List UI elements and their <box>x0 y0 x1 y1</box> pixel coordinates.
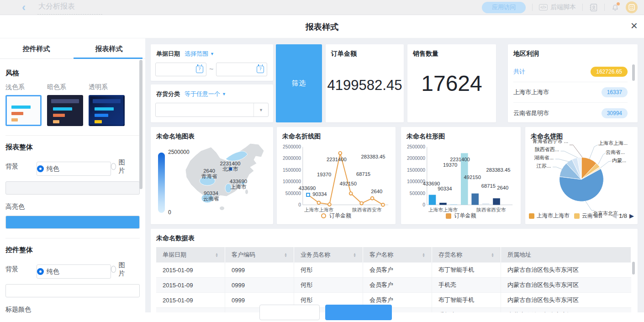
map-visual-legend[interactable] <box>158 153 165 213</box>
svg-text:2231400: 2231400 <box>220 161 241 166</box>
svg-text:上海市: 上海市 <box>231 184 247 190</box>
line-chart[interactable]: 25000002000000150000010000005000000上海市上海… <box>280 141 393 215</box>
region-name: 上海市上海市 <box>513 88 549 96</box>
region-profit-row[interactable]: 共计162726.65 <box>513 62 628 82</box>
avatar[interactable] <box>626 1 638 13</box>
calendar-icon[interactable]: 7 <box>196 66 203 73</box>
highlight-color-input[interactable] <box>5 216 140 229</box>
date-to-input[interactable]: 7 <box>216 63 267 76</box>
theme-dark-label: 暗色系 <box>47 83 89 91</box>
calendar-icon[interactable]: 7 <box>257 66 264 73</box>
style-section-title: 风格 <box>5 69 140 78</box>
table-cell: 手机壳 <box>432 278 501 293</box>
backend-script-button[interactable]: </> 后端脚本 <box>539 3 576 11</box>
svg-text:19370: 19370 <box>317 172 331 177</box>
caret-down-icon: ▼ <box>210 52 214 56</box>
table-cell: 何彤 <box>294 263 363 278</box>
legend-page-indicator: 1/8 <box>619 212 627 219</box>
svg-text:2000000: 2000000 <box>407 156 425 161</box>
kpi-title: 订单金额 <box>326 44 404 58</box>
svg-text:2640: 2640 <box>371 189 382 194</box>
theme-light-preview[interactable] <box>5 95 42 126</box>
widget-bg-solid-radio[interactable]: 纯色 <box>37 264 111 279</box>
tab-widget-style[interactable]: 控件样式 <box>0 38 73 58</box>
legend-swatch <box>529 213 534 219</box>
table-row[interactable]: 2015-01-090999何彤会员客户布丁智能手机内蒙古自治区包头市东河区 <box>156 293 631 308</box>
svg-text:283383.45: 283383.45 <box>361 154 385 159</box>
backend-script-label: 后端脚本 <box>550 3 576 11</box>
column-header[interactable]: 所属地址 <box>501 247 631 263</box>
widget-overall-title: 控件整体 <box>5 246 140 254</box>
sidebar-scrollbar[interactable] <box>139 60 143 189</box>
date-from-input[interactable]: 7 <box>155 63 206 76</box>
sort-icon[interactable]: ▲▼ <box>491 253 494 257</box>
map-country-shape <box>185 143 264 202</box>
date-filter-label: 单据日期 <box>156 50 180 58</box>
region-list-scrollbar[interactable] <box>632 64 635 81</box>
caret-down-icon: ▼ <box>222 92 226 96</box>
table-row[interactable]: 2015-01-090999何彤会员客户手机壳内蒙古自治区包头市东河区 <box>156 278 631 293</box>
table-cell: 会员客户 <box>363 278 432 293</box>
topbar: ‹ 大分析报表 应用访问 </> 后端脚本 <box>0 0 644 15</box>
footer-cancel-button[interactable] <box>259 305 320 320</box>
sort-icon[interactable]: ▲▼ <box>422 253 425 257</box>
theme-dark-preview[interactable] <box>47 95 83 126</box>
svg-text:492150: 492150 <box>464 174 481 180</box>
report-bg-image-radio[interactable]: 图片 <box>111 158 127 175</box>
svg-text:1500000: 1500000 <box>407 168 425 173</box>
region-profit-row[interactable]: 上海市上海市16337 <box>513 82 628 103</box>
report-bg-color-input[interactable] <box>5 181 140 195</box>
legend-label[interactable]: 订单金额 <box>329 212 351 220</box>
pie-callout-shaanxi: 陕西省西... <box>525 146 559 153</box>
table-scrollbar[interactable] <box>632 262 635 274</box>
category-operator-dropdown[interactable]: 等于任意一个▼ <box>185 90 226 98</box>
app-access-button[interactable]: 应用访问 <box>482 2 526 13</box>
sort-icon[interactable]: ▲▼ <box>215 253 218 257</box>
pie-callout-qinghai: 青海省西宁市 ... <box>525 138 568 145</box>
modal-title: 报表样式 <box>0 21 644 32</box>
column-header[interactable]: 业务员名称▲▼ <box>294 247 363 263</box>
legend-label[interactable]: 云南省昆明市 <box>582 212 602 220</box>
column-header[interactable]: 存货名称▲▼ <box>432 247 501 263</box>
table-header-row: 单据日期▲▼客户编码▲▼业务员名称▲▼客户名称▲▼存货名称▲▼所属地址 <box>156 247 631 263</box>
svg-text:500000: 500000 <box>285 191 301 196</box>
notifications-button[interactable] <box>611 3 619 11</box>
close-icon[interactable]: × <box>631 20 638 32</box>
filter-submit-button[interactable]: 筛选 <box>276 44 322 122</box>
category-select[interactable]: ▼ <box>155 103 269 117</box>
region-profit-row[interactable]: 云南省昆明市30994 <box>513 103 628 123</box>
column-header[interactable]: 单据日期▲▼ <box>156 247 225 263</box>
bar-chart[interactable]: 25000002000000150000010000005000000上海市上海… <box>404 141 517 215</box>
legend-next-page-icon[interactable]: ▶ <box>629 212 634 219</box>
region-value-badge: 30994 <box>602 108 628 118</box>
legend-prev-page-icon[interactable]: ◀ <box>612 212 617 219</box>
sort-icon[interactable]: ▲▼ <box>353 253 356 257</box>
widget-bg-color-input[interactable] <box>5 284 140 297</box>
column-header[interactable]: 客户名称▲▼ <box>363 247 432 263</box>
divider <box>532 4 533 11</box>
kpi-title: 地区利润 <box>508 44 638 58</box>
widget-bg-image-radio[interactable]: 图片 <box>111 261 127 278</box>
caret-down-icon: ▼ <box>253 103 268 116</box>
kpi-value: 4199582.45 <box>326 77 404 94</box>
column-header[interactable]: 客户编码▲▼ <box>225 247 294 263</box>
table-row[interactable]: 2015-01-090999何彤会员客户布丁智能手机内蒙古自治区包头市东河区 <box>156 263 631 278</box>
report-bg-solid-radio[interactable]: 纯色 <box>37 162 111 176</box>
code-icon: </> <box>539 4 548 11</box>
svg-text:1000000: 1000000 <box>283 179 301 184</box>
contacts-icon[interactable] <box>589 3 598 12</box>
back-icon[interactable]: ‹ <box>22 2 26 13</box>
legend-label[interactable]: 订单金额 <box>454 212 476 220</box>
footer-confirm-button[interactable] <box>325 305 392 320</box>
svg-text:68715: 68715 <box>356 171 370 177</box>
svg-text:0: 0 <box>422 202 425 207</box>
sort-icon[interactable]: ▲▼ <box>284 253 287 257</box>
region-name: 云南省昆明市 <box>513 109 549 117</box>
theme-transparent-preview[interactable] <box>89 95 125 126</box>
svg-text:90334: 90334 <box>204 190 219 196</box>
legend-marker <box>321 213 326 218</box>
tab-report-style[interactable]: 报表样式 <box>73 38 145 58</box>
date-range-operator-dropdown[interactable]: 选择范围▼ <box>185 50 214 58</box>
kpi-value: 17624 <box>407 71 496 96</box>
legend-label[interactable]: 上海市上海市 <box>537 212 570 220</box>
